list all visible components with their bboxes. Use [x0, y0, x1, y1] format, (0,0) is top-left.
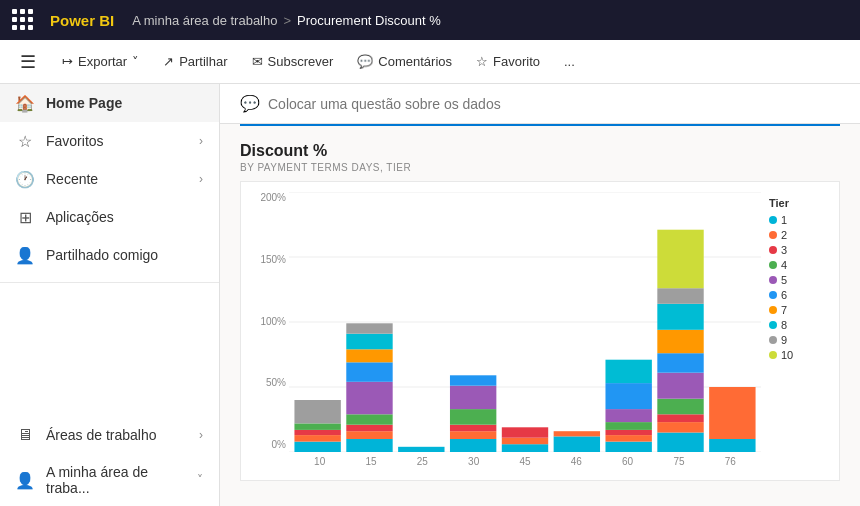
home-icon: 🏠: [16, 94, 34, 112]
legend-item-tier-4: 4: [769, 259, 829, 271]
svg-rect-30: [554, 431, 600, 436]
bar-chart-svg: [289, 192, 761, 452]
sidebar-item-favorites-label: Favoritos: [46, 133, 104, 149]
subscribe-button[interactable]: ✉ Subscrever: [242, 50, 344, 73]
y-label-0: 0%: [251, 439, 286, 450]
sidebar-item-shared-label: Partilhado comigo: [46, 247, 158, 263]
sidebar-item-home[interactable]: 🏠 Home Page: [0, 84, 219, 122]
chevron-right-icon: ›: [199, 428, 203, 442]
apps-icon: ⊞: [16, 208, 34, 226]
export-icon: ↦: [62, 54, 73, 69]
apps-grid-icon[interactable]: [12, 9, 34, 31]
sidebar-item-apps[interactable]: ⊞ Aplicações: [0, 198, 219, 236]
share-icon: ↗: [163, 54, 174, 69]
breadcrumb-home[interactable]: A minha área de trabalho: [132, 13, 277, 28]
svg-rect-12: [346, 425, 392, 432]
x-label-30: 30: [451, 456, 496, 467]
sidebar: 🏠 Home Page ☆ Favoritos › 🕐 Recente › ⊞ …: [0, 84, 220, 506]
breadcrumb-separator: >: [283, 13, 291, 28]
qa-bar[interactable]: 💬: [220, 84, 860, 124]
sidebar-item-recent-label: Recente: [46, 171, 98, 187]
sidebar-item-recent[interactable]: 🕐 Recente ›: [0, 160, 219, 198]
y-label-200: 200%: [251, 192, 286, 203]
user-icon: 👤: [16, 471, 34, 489]
share-button[interactable]: ↗ Partilhar: [153, 50, 237, 73]
y-axis-labels: 200% 150% 100% 50% 0%: [251, 192, 286, 450]
svg-rect-16: [346, 349, 392, 362]
svg-rect-15: [346, 362, 392, 382]
legend-item-tier-10: 10: [769, 349, 829, 361]
svg-rect-10: [346, 439, 392, 452]
svg-rect-18: [346, 323, 392, 333]
legend-item-tier-1: 1: [769, 214, 829, 226]
app-logo: Power BI: [50, 12, 114, 29]
sidebar-item-shared[interactable]: 👤 Partilhado comigo: [0, 236, 219, 274]
x-label-10: 10: [297, 456, 342, 467]
svg-rect-41: [657, 399, 703, 415]
x-label-15: 15: [348, 456, 393, 467]
comments-button[interactable]: 💬 Comentários: [347, 50, 462, 73]
sidebar-item-workspaces-label: Áreas de trabalho: [46, 427, 157, 443]
sidebar-item-myworkspace[interactable]: 👤 A minha área de traba... ˅: [0, 454, 219, 506]
svg-rect-13: [346, 414, 392, 424]
legend-item-tier-3: 3: [769, 244, 829, 256]
chat-icon: 💬: [240, 94, 260, 113]
chevron-down-icon: ˅: [197, 473, 203, 487]
sidebar-item-apps-label: Aplicações: [46, 209, 114, 225]
svg-rect-34: [605, 422, 651, 430]
svg-rect-9: [294, 400, 340, 423]
svg-rect-21: [450, 431, 496, 439]
svg-rect-14: [346, 382, 392, 415]
favorite-button[interactable]: ☆ Favorito: [466, 50, 550, 73]
sidebar-bottom: 🖥 Áreas de trabalho › 👤 A minha área de …: [0, 416, 219, 506]
sidebar-separator: [0, 282, 219, 283]
svg-rect-33: [605, 430, 651, 435]
sidebar-item-workspaces[interactable]: 🖥 Áreas de trabalho ›: [0, 416, 219, 454]
svg-rect-39: [657, 422, 703, 432]
main-layout: 🏠 Home Page ☆ Favoritos › 🕐 Recente › ⊞ …: [0, 84, 860, 506]
svg-rect-26: [502, 444, 548, 452]
qa-input[interactable]: [268, 96, 840, 112]
export-button[interactable]: ↦ Exportar ˅: [52, 50, 149, 73]
legend-item-tier-5: 5: [769, 274, 829, 286]
chart-title: Discount %: [240, 142, 840, 160]
svg-rect-24: [450, 386, 496, 409]
svg-rect-36: [605, 383, 651, 409]
person-icon: 👤: [16, 246, 34, 264]
x-label-25: 25: [400, 456, 445, 467]
hamburger-menu-button[interactable]: ☰: [16, 47, 40, 77]
top-bar: Power BI A minha área de trabalho > Proc…: [0, 0, 860, 40]
svg-rect-47: [657, 230, 703, 289]
svg-rect-6: [294, 435, 340, 442]
chart-legend: Tier 12345678910: [769, 192, 829, 470]
svg-rect-43: [657, 353, 703, 373]
y-label-150: 150%: [251, 254, 286, 265]
workspace-icon: 🖥: [16, 426, 34, 444]
svg-rect-7: [294, 430, 340, 435]
export-chevron-icon: ˅: [132, 54, 139, 69]
svg-rect-17: [346, 334, 392, 350]
action-toolbar: ☰ ↦ Exportar ˅ ↗ Partilhar ✉ Subscrever …: [0, 40, 860, 84]
legend-item-tier-2: 2: [769, 229, 829, 241]
legend-item-tier-8: 8: [769, 319, 829, 331]
y-label-100: 100%: [251, 316, 286, 327]
legend-title: Tier: [769, 197, 829, 209]
sidebar-item-favorites[interactable]: ☆ Favoritos ›: [0, 122, 219, 160]
more-options-button[interactable]: ...: [554, 50, 585, 73]
svg-rect-11: [346, 431, 392, 439]
star-icon: ☆: [476, 54, 488, 69]
svg-rect-5: [294, 442, 340, 452]
x-label-76: 76: [708, 456, 753, 467]
sidebar-item-myworkspace-label: A minha área de traba...: [46, 464, 185, 496]
svg-rect-42: [657, 373, 703, 399]
svg-rect-22: [450, 425, 496, 432]
comments-icon: 💬: [357, 54, 373, 69]
legend-item-tier-9: 9: [769, 334, 829, 346]
main-content: 💬 Discount % BY PAYMENT TERMS DAYS, TIER…: [220, 84, 860, 506]
svg-rect-20: [450, 439, 496, 452]
chevron-right-icon: ›: [199, 134, 203, 148]
svg-rect-45: [657, 304, 703, 330]
x-label-75: 75: [656, 456, 701, 467]
y-label-50: 50%: [251, 377, 286, 388]
subscribe-icon: ✉: [252, 54, 263, 69]
